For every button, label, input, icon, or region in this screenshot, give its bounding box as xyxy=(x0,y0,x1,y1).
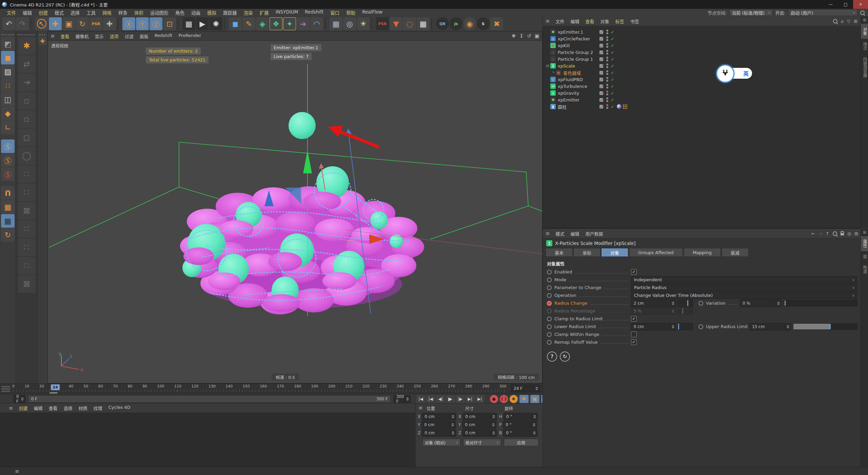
attribute-tab[interactable]: 基本 xyxy=(546,248,573,257)
toolbar-button[interactable] xyxy=(178,18,181,30)
size-y-field[interactable]: 0 cm xyxy=(462,421,496,429)
object-row[interactable]: ∴ Particle Group 1 ✓ xyxy=(543,56,861,62)
mode-button[interactable] xyxy=(1,181,15,186)
om-add-icon[interactable]: ⊞ xyxy=(854,19,857,24)
toolbar-button[interactable] xyxy=(325,18,328,30)
layer-chip[interactable] xyxy=(599,91,603,95)
upper-limit-field[interactable]: 15 cm xyxy=(749,323,791,330)
tool-button[interactable]: ▫ xyxy=(18,110,36,128)
enable-check[interactable]: ✓ xyxy=(611,36,614,41)
attribute-tab[interactable]: 衰减 xyxy=(722,248,749,257)
mode-button[interactable]: ∟ xyxy=(1,120,15,134)
visibility-dots[interactable] xyxy=(606,36,608,41)
toolbar-button[interactable]: S xyxy=(477,17,490,30)
pos-z-field[interactable]: 0 cm xyxy=(422,429,456,437)
material-menu-item[interactable]: 查看 xyxy=(46,405,61,411)
menu-item[interactable]: 跟踪器 xyxy=(220,9,240,16)
transport-button[interactable]: ▶ xyxy=(446,395,455,403)
menu-item[interactable]: 网格 xyxy=(99,9,115,16)
end-frame-field[interactable]: 300 F xyxy=(394,395,411,403)
layer-chip[interactable] xyxy=(599,44,603,48)
visibility-dots[interactable] xyxy=(606,84,608,89)
apply-button[interactable]: 应用 xyxy=(504,439,538,446)
om-menu-item[interactable]: 文件 xyxy=(553,18,568,24)
visibility-dots[interactable] xyxy=(606,97,608,102)
menu-item[interactable]: 动画 xyxy=(188,9,204,16)
layer-chip[interactable] xyxy=(599,98,603,102)
menu-item[interactable]: 窗口 xyxy=(327,9,343,16)
interface-select[interactable]: 启动 (用户)∨ xyxy=(788,9,857,16)
tool-button[interactable]: ◻ xyxy=(18,129,36,146)
transport-button[interactable]: ◀| xyxy=(436,395,445,403)
enable-check[interactable]: ✓ xyxy=(611,91,614,96)
om-menu-item[interactable]: 对象 xyxy=(597,18,612,24)
current-frame-marker[interactable]: 24 xyxy=(51,384,60,390)
am-menu-icon[interactable]: ≡ xyxy=(546,230,550,236)
viewport-menu-item[interactable]: 面板 xyxy=(137,33,152,39)
menu-item[interactable]: 创建 xyxy=(35,9,51,16)
timeline-ruler[interactable]: 0102030405060708090100110120130140150160… xyxy=(0,384,542,394)
palette-grab-handle[interactable] xyxy=(1,34,14,36)
toolbar-button[interactable]: ❖ xyxy=(270,17,282,30)
toolbar-button[interactable] xyxy=(224,18,227,30)
parameter-select[interactable]: Particle Radius∨ xyxy=(631,284,857,291)
om-home-icon[interactable]: ⌂ xyxy=(841,19,844,24)
visibility-dots[interactable] xyxy=(606,63,608,68)
toolbar-button[interactable]: ✺ xyxy=(210,17,222,30)
record-button[interactable]: ▣ xyxy=(530,395,539,403)
clamp-range-checkbox[interactable] xyxy=(631,331,637,337)
object-name[interactable]: 着色器域 xyxy=(563,70,598,76)
viewport-nav-icon[interactable]: ❖ xyxy=(511,33,516,39)
mode-button[interactable]: ▨ xyxy=(1,65,15,78)
add-tab-icon[interactable]: ⊞ xyxy=(861,16,868,24)
transport-button[interactable]: |◀ xyxy=(416,395,426,403)
reset-button[interactable]: ↻ xyxy=(560,352,570,362)
mode-button[interactable] xyxy=(1,134,15,139)
enable-check[interactable]: ✓ xyxy=(611,50,614,55)
ime-deer-icon[interactable] xyxy=(716,64,734,83)
layer-chip[interactable] xyxy=(599,71,603,75)
menu-item[interactable]: 运动图形 xyxy=(147,9,172,16)
om-filter-icon[interactable]: ▽ xyxy=(847,19,850,24)
om-menu-icon[interactable]: ≡ xyxy=(546,18,550,24)
enable-check[interactable]: ✓ xyxy=(611,97,614,102)
material-menu-item[interactable]: 创建 xyxy=(16,405,31,411)
am-add-icon[interactable]: ⊞ xyxy=(854,231,858,236)
tab-layers[interactable]: 层 xyxy=(861,251,868,262)
am-back-icon[interactable]: ← xyxy=(811,231,815,236)
tool-button[interactable]: ∷ xyxy=(18,239,36,256)
toolbar-button[interactable]: ▦ xyxy=(330,17,342,30)
visibility-dots[interactable] xyxy=(606,91,608,95)
object-row[interactable]: ◎ xpCirclePacker ✓ xyxy=(543,35,861,42)
lower-limit-mini-slider[interactable] xyxy=(677,323,693,330)
mode-select[interactable]: Independent∨ xyxy=(631,276,857,283)
attribute-tab[interactable]: Groups Affected xyxy=(629,248,683,257)
toolbar-button[interactable]: jb xyxy=(450,17,462,30)
enable-check[interactable]: ✓ xyxy=(611,104,614,109)
palette-grab-handle[interactable] xyxy=(39,34,46,36)
om-menu-item[interactable]: 编辑 xyxy=(568,18,583,24)
size-x-field[interactable]: 0 cm xyxy=(462,413,497,420)
mode-button[interactable]: ◫ xyxy=(1,93,15,106)
layer-chip[interactable] xyxy=(599,30,603,34)
operation-select[interactable]: Change Value Over Time (Absolute)∨ xyxy=(631,292,857,299)
tool-button[interactable]: ∷ xyxy=(18,184,36,201)
toolbar-button[interactable]: ▦ xyxy=(417,17,430,30)
object-name[interactable]: xpEmitter.1 xyxy=(558,30,598,35)
mode-button[interactable]: ↻ xyxy=(1,228,15,242)
am-target-icon[interactable]: ◎ xyxy=(847,231,851,236)
transport-button[interactable]: |▶ xyxy=(456,395,465,403)
visibility-dots[interactable] xyxy=(606,77,608,82)
start-frame-field[interactable]: 0 F xyxy=(14,395,25,403)
clamp-limit-checkbox[interactable]: ✓ xyxy=(631,316,637,322)
layer-chip[interactable] xyxy=(599,57,603,61)
material-menu-item[interactable]: Cycles 4D xyxy=(105,405,134,411)
tool-button[interactable]: ⊠ xyxy=(18,202,36,220)
am-menu-item[interactable]: 编辑 xyxy=(568,230,583,237)
menu-item[interactable]: 文件 xyxy=(3,9,19,16)
lower-limit-field[interactable]: 0 cm xyxy=(631,323,676,330)
tool-button[interactable]: ⇥ xyxy=(18,74,36,91)
toolbar-button[interactable]: Ⓧ xyxy=(122,17,135,30)
toolbar-button[interactable] xyxy=(118,18,121,30)
object-name[interactable]: xpFluidPBD xyxy=(558,77,598,82)
